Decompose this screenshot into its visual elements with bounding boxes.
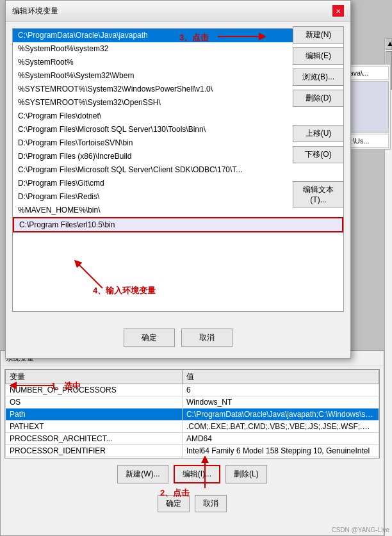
system-var-table[interactable]: 变量 值 NUMBER_OF_PROCESSORS6OSWindows_NTPa… xyxy=(4,369,380,459)
var-name-cell: Path xyxy=(6,409,183,421)
table-row[interactable]: PATHEXT.COM;.EXE;.BAT;.CMD;.VBS;.VBE;.JS… xyxy=(6,421,379,433)
var-value-cell: Windows_NT xyxy=(182,396,379,409)
var-name-cell: PROCESSOR_IDENTIFIER xyxy=(6,445,183,457)
table-row[interactable]: PROCESSOR_ARCHITECT...AMD64 xyxy=(6,433,379,445)
move-up-button[interactable]: 上移(U) xyxy=(293,125,344,142)
col-header-val: 值 xyxy=(182,370,379,384)
edit-button[interactable]: 编辑(E) xyxy=(293,47,344,65)
delete-l-button[interactable]: 删除(L) xyxy=(225,465,267,483)
var-name-cell: NUMBER_OF_PROCESSORS xyxy=(6,384,183,396)
var-value-cell: 6 xyxy=(182,384,379,396)
system-env-confirm-buttons: 确定 取消 xyxy=(154,491,231,516)
system-env-buttons: 新建(W)... 编辑(I)... 删除(L) xyxy=(113,461,270,487)
dialog-titlebar: 编辑环境变量 ✕ xyxy=(6,1,350,22)
delete-button[interactable]: 删除(D) xyxy=(293,90,344,107)
var-name-cell: PATHEXT xyxy=(6,421,183,433)
edit-i-button[interactable]: 编辑(I)... xyxy=(174,465,220,483)
system-confirm-button[interactable]: 确定 xyxy=(158,495,190,512)
system-cancel-button[interactable]: 取消 xyxy=(195,495,227,512)
var-value-cell: Intel64 Family 6 Model 158 Stepping 10, … xyxy=(182,445,379,457)
dialog-title: 编辑环境变量 xyxy=(12,6,58,17)
col-header-var: 变量 xyxy=(6,370,183,384)
watermark: CSDN @YANG-Live xyxy=(331,526,389,533)
system-env-dialog: 系统变量 变量 值 NUMBER_OF_PROCESSORS6OSWindows… xyxy=(0,350,384,536)
var-table: 变量 值 NUMBER_OF_PROCESSORS6OSWindows_NTPa… xyxy=(5,370,379,459)
move-down-button[interactable]: 下移(O) xyxy=(293,146,344,163)
var-name-cell: OS xyxy=(6,396,183,409)
table-row[interactable]: PROCESSOR_LEVEL6 xyxy=(6,457,379,459)
table-row[interactable]: NUMBER_OF_PROCESSORS6 xyxy=(6,384,379,396)
table-row[interactable]: PathC:\ProgramData\Oracle\Java\javapath;… xyxy=(6,409,379,421)
cancel-button[interactable]: 取消 xyxy=(181,329,233,347)
var-value-cell: C:\ProgramData\Oracle\Java\javapath;C:\W… xyxy=(182,409,379,421)
table-row[interactable]: OSWindows_NT xyxy=(6,396,379,409)
new-w-button[interactable]: 新建(W)... xyxy=(117,465,168,483)
var-value-cell: .COM;.EXE;.BAT;.CMD;.VBS;.VBE;.JS;.JSE;.… xyxy=(182,421,379,433)
new-button[interactable]: 新建(N) xyxy=(293,26,344,44)
browse-button[interactable]: 浏览(B)... xyxy=(293,69,344,86)
var-name-cell: PROCESSOR_LEVEL xyxy=(6,457,183,459)
var-value-cell: 6 xyxy=(182,457,379,459)
edit-text-button[interactable]: 编辑文本(T)... xyxy=(293,181,344,207)
action-buttons: 新建(N) 编辑(E) 浏览(B)... 删除(D) 上移(U) 下移(O) 编… xyxy=(293,26,344,207)
edit-env-dialog: 编辑环境变量 ✕ C:\ProgramData\Oracle\Java\java… xyxy=(5,0,351,359)
confirm-button[interactable]: 确定 xyxy=(124,329,175,347)
dialog-bottom-buttons: 确定 取消 xyxy=(12,323,344,352)
path-item-14[interactable]: C:\Program Files\erl10.5\bin xyxy=(13,217,343,232)
close-button[interactable]: ✕ xyxy=(332,5,344,17)
table-row[interactable]: PROCESSOR_IDENTIFIERIntel64 Family 6 Mod… xyxy=(6,445,379,457)
var-name-cell: PROCESSOR_ARCHITECT... xyxy=(6,433,183,445)
var-value-cell: AMD64 xyxy=(182,433,379,445)
